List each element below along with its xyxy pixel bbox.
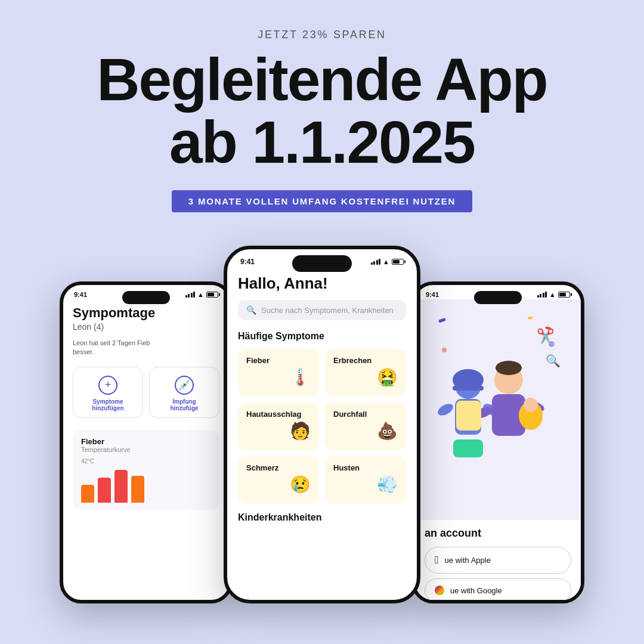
- fieber-subtitle: Temperaturkurve: [81, 446, 211, 453]
- continue-apple-label: ue with Apple: [445, 556, 491, 565]
- left-phone-notch: [122, 291, 170, 304]
- google-logo-icon: [435, 586, 444, 595]
- promo-badge: 3 MONATE VOLLEN UMFANG KOSTENFREI NUTZEN: [172, 190, 472, 212]
- account-section: an account  ue with Apple ue with Googl…: [415, 520, 581, 603]
- bar-chart: [81, 467, 211, 503]
- top-section: JETZT 23% SPAREN Begleitende Appab 1.1.2…: [0, 0, 644, 234]
- search-icon: 🔍: [246, 305, 256, 315]
- rsignal-bar-4: [545, 292, 547, 298]
- right-battery-fill: [559, 293, 566, 296]
- kinderkrankheiten: Kinderkrankheiten: [238, 512, 406, 523]
- symptom-hautausschlag[interactable]: Hautausschlag 🧑: [238, 402, 319, 450]
- rsignal-bar-3: [543, 293, 544, 298]
- add-symptom-btn[interactable]: + Symptomehinzufügen: [73, 367, 143, 418]
- symptom-grid: Fieber 🌡️ Erbrechen 🤮 Hautausschlag 🧑 Du…: [238, 349, 406, 504]
- left-phone: 9:41 ▲ Sympomtage Leon (4) Leon hat seit…: [60, 281, 233, 603]
- add-vaccine-btn[interactable]: 💉 Impfunghinzufüge: [149, 367, 219, 418]
- center-battery-fill: [393, 260, 400, 264]
- center-signal: [371, 259, 381, 265]
- left-status-icons: ▲: [185, 291, 218, 298]
- action-buttons: + Symptomehinzufügen 💉 Impfunghinzufüge: [73, 367, 219, 418]
- patient-name: Leon (4): [73, 322, 219, 332]
- rsignal-bar-1: [537, 295, 539, 298]
- note-text: Leon hat seit 2 Tagen Fiebbesser.: [73, 339, 219, 357]
- signal-bar-3: [191, 293, 193, 298]
- svg-text:✂️: ✂️: [537, 327, 555, 345]
- svg-rect-22: [456, 401, 481, 431]
- symptom-schmerz-emoji: 😢: [290, 475, 311, 494]
- center-phone: 9:41 ▲ Hallo, Anna! 🔍 Suche nach Symptom…: [224, 246, 420, 603]
- center-status-icons: ▲: [371, 258, 404, 265]
- right-signal: [537, 292, 547, 298]
- symptom-fieber[interactable]: Fieber 🌡️: [238, 349, 319, 397]
- phone-group: 9:41 ▲ Sympomtage Leon (4) Leon hat seit…: [0, 234, 644, 603]
- left-signal: [185, 292, 196, 298]
- right-battery: [558, 292, 570, 298]
- symptom-erbrechen[interactable]: Erbrechen 🤮: [325, 349, 406, 397]
- left-title: Sympomtage: [73, 305, 219, 321]
- bar-3: [114, 470, 128, 503]
- continue-google-btn[interactable]: ue with Google: [425, 578, 571, 602]
- center-wifi-icon: ▲: [383, 258, 389, 265]
- symptom-erbrechen-name: Erbrechen: [333, 356, 398, 365]
- plus-icon: +: [98, 376, 117, 395]
- left-content: Sympomtage Leon (4) Leon hat seit 2 Tage…: [63, 299, 229, 510]
- symptom-hautausschlag-name: Hautausschlag: [246, 410, 311, 419]
- svg-point-20: [524, 398, 538, 412]
- right-status-icons: ▲: [537, 291, 570, 298]
- left-battery-fill: [208, 293, 214, 296]
- right-phone: 9:41 ▲: [411, 281, 584, 603]
- continue-google-label: ue with Google: [450, 586, 502, 595]
- svg-text:🔍: 🔍: [546, 354, 561, 368]
- svg-rect-21: [453, 439, 483, 457]
- symptom-schmerz-name: Schmerz: [246, 463, 311, 472]
- signal-bar-2: [188, 294, 190, 298]
- bar-4: [131, 476, 144, 503]
- rsignal-bar-2: [540, 294, 541, 298]
- search-placeholder: Suche nach Symptomem, Krankheiten: [261, 306, 394, 315]
- center-battery: [392, 259, 404, 265]
- right-time: 9:41: [426, 291, 439, 298]
- main-title: Begleitende Appab 1.1.2025: [97, 48, 547, 174]
- apple-logo-icon: : [435, 554, 439, 566]
- symptom-durchfall-emoji: 💩: [377, 421, 398, 441]
- bar-2: [98, 478, 111, 503]
- signal-bar-1: [185, 295, 187, 298]
- continue-apple-btn[interactable]:  ue with Apple: [425, 547, 571, 574]
- account-title: an account: [425, 527, 571, 540]
- center-time: 9:41: [240, 258, 255, 266]
- signal-bar-4: [193, 292, 195, 298]
- csignal-bar-4: [379, 259, 380, 265]
- subtitle: JETZT 23% SPAREN: [258, 29, 386, 41]
- symptom-durchfall[interactable]: Durchfall 💩: [325, 402, 406, 450]
- bar-1: [81, 485, 94, 503]
- greeting: Hallo, Anna!: [238, 274, 406, 293]
- section-title: Häufige Symptome: [238, 331, 406, 342]
- add-symptom-label: Symptomehinzufügen: [92, 398, 123, 411]
- svg-point-15: [496, 361, 522, 375]
- center-phone-notch: [292, 255, 352, 272]
- left-battery: [206, 292, 218, 298]
- search-bar[interactable]: 🔍 Suche nach Symptomem, Krankheiten: [238, 300, 406, 320]
- svg-rect-10: [453, 386, 484, 391]
- temp-label: 42°C: [81, 458, 211, 465]
- csignal-bar-2: [373, 261, 375, 265]
- symptom-fieber-emoji: 🌡️: [290, 367, 311, 387]
- fieber-title: Fieber: [81, 437, 211, 446]
- add-vaccine-label: Impfunghinzufüge: [170, 398, 198, 411]
- symptom-fieber-name: Fieber: [246, 356, 311, 365]
- csignal-bar-1: [371, 262, 373, 265]
- center-content: Hallo, Anna! 🔍 Suche nach Symptomem, Kra…: [227, 268, 417, 523]
- symptom-husten-name: Husten: [333, 463, 398, 472]
- right-content: ✂️ 🔍: [415, 299, 581, 603]
- symptom-schmerz[interactable]: Schmerz 😢: [238, 456, 319, 504]
- symptom-durchfall-name: Durchfall: [333, 410, 398, 419]
- symptom-erbrechen-emoji: 🤮: [377, 367, 398, 387]
- svg-point-5: [442, 348, 447, 352]
- symptom-husten[interactable]: Husten 💨: [325, 456, 406, 504]
- csignal-bar-3: [376, 260, 378, 265]
- left-wifi-icon: ▲: [197, 291, 204, 298]
- fieber-section: Fieber Temperaturkurve 42°C: [73, 430, 219, 510]
- right-wifi-icon: ▲: [549, 291, 556, 298]
- syringe-icon: 💉: [175, 376, 194, 395]
